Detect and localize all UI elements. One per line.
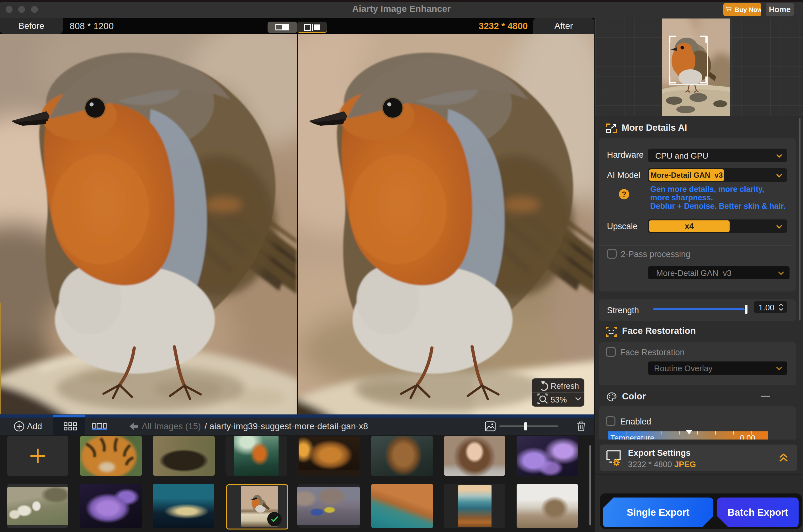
svg-text:Refresh: Refresh (550, 381, 579, 391)
svg-text:53%: 53% (550, 395, 567, 404)
